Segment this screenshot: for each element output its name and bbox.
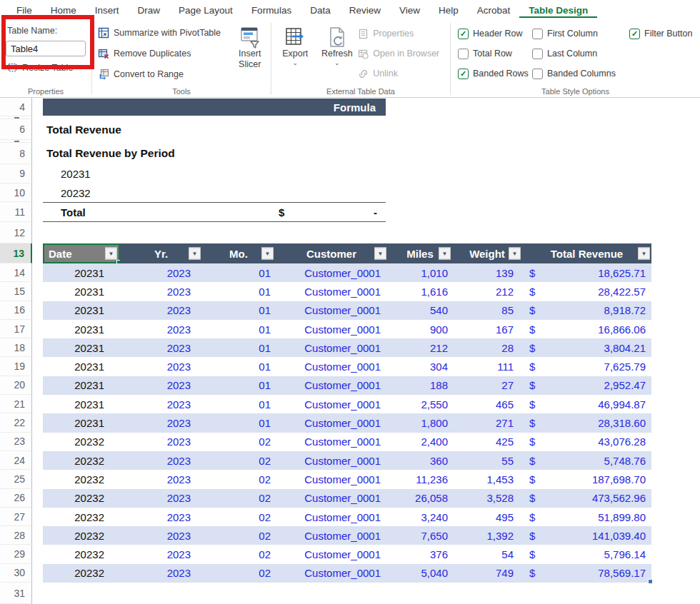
cell-weight[interactable]: 425 <box>452 433 522 451</box>
row-header-4[interactable]: 4 <box>0 98 32 116</box>
cell-yr[interactable]: 2023 <box>120 338 202 357</box>
cell-total-revenue[interactable]: $18,625.71 <box>522 263 651 282</box>
cell-total-revenue[interactable]: $5,796.14 <box>522 545 651 563</box>
cell-customer[interactable]: Customer_0001 <box>275 564 388 583</box>
period-value-cell[interactable]: 20231 <box>61 164 91 183</box>
menu-tab-insert[interactable]: Insert <box>86 2 129 18</box>
cell-total-revenue[interactable]: $46,994.87 <box>522 395 651 413</box>
unchecked-checkbox-icon[interactable] <box>532 69 543 79</box>
total-value[interactable]: - <box>374 206 377 218</box>
cell-yr[interactable]: 2023 <box>120 263 202 282</box>
cell-total-revenue[interactable]: $5,748.76 <box>522 451 651 470</box>
export-dropdown-chevron[interactable]: ⌄ <box>293 60 299 66</box>
cell-customer[interactable]: Customer_0001 <box>275 470 388 488</box>
cell-yr[interactable]: 2023 <box>120 451 202 470</box>
cell-date[interactable]: 20232 <box>43 526 120 545</box>
row-header-25[interactable]: 25 <box>0 470 32 488</box>
checkbox-first-column[interactable]: First Column <box>532 29 629 39</box>
row-header-29[interactable]: 29 <box>0 545 32 563</box>
convert-to-range-button[interactable]: Convert to Range <box>98 64 229 84</box>
total-revenue-title[interactable]: Total Revenue <box>46 119 121 140</box>
cell-date[interactable]: 20231 <box>43 338 120 357</box>
menu-tab-view[interactable]: View <box>390 2 429 18</box>
menu-tab-help[interactable]: Help <box>429 2 468 18</box>
column-header-miles[interactable]: Miles▼ <box>388 243 452 263</box>
cell-date[interactable]: 20231 <box>43 413 120 432</box>
cell-weight[interactable]: 167 <box>452 320 522 338</box>
cell-yr[interactable]: 2023 <box>120 413 202 432</box>
cell-customer[interactable]: Customer_0001 <box>275 489 388 508</box>
cell-weight[interactable]: 54 <box>452 545 522 563</box>
cell-yr[interactable]: 2023 <box>120 470 202 488</box>
cell-mo[interactable]: 02 <box>202 526 275 545</box>
cell-yr[interactable]: 2023 <box>120 508 202 526</box>
column-header-customer[interactable]: Customer▼ <box>275 243 388 263</box>
row-header-18[interactable]: 18 <box>0 338 32 357</box>
cell-miles[interactable]: 2,550 <box>388 395 452 413</box>
cell-yr[interactable]: 2023 <box>120 320 202 338</box>
cell-date[interactable]: 20231 <box>43 263 120 282</box>
total-currency[interactable]: $ <box>279 206 284 218</box>
cell-customer[interactable]: Customer_0001 <box>275 263 388 282</box>
cell-weight[interactable]: 465 <box>452 395 522 413</box>
filter-button-yr[interactable]: ▼ <box>189 248 201 260</box>
total-revenue-by-period-title[interactable]: Total Revenue by Period <box>46 143 175 164</box>
row-header-10[interactable]: 10 <box>0 183 32 202</box>
table-name-input[interactable] <box>6 41 86 56</box>
cell-mo[interactable]: 01 <box>202 301 275 320</box>
cell-weight[interactable]: 3,528 <box>452 489 522 508</box>
filter-button-miles[interactable]: ▼ <box>439 248 451 260</box>
cell-date[interactable]: 20231 <box>43 320 120 338</box>
cell-yr[interactable]: 2023 <box>120 545 202 563</box>
row-header-15[interactable]: 15 <box>0 282 32 301</box>
cell-mo[interactable]: 01 <box>202 376 275 395</box>
cell-weight[interactable]: 139 <box>452 263 522 282</box>
cell-mo[interactable]: 02 <box>202 470 275 488</box>
cell-mo[interactable]: 01 <box>202 357 275 376</box>
total-label[interactable]: Total <box>43 206 86 218</box>
row-header-23[interactable]: 23 <box>0 433 32 451</box>
cell-customer[interactable]: Customer_0001 <box>275 545 388 563</box>
cell-customer[interactable]: Customer_0001 <box>275 413 388 432</box>
cell-weight[interactable]: 1,453 <box>452 470 522 488</box>
cell-date[interactable]: 20231 <box>43 376 120 395</box>
cell-weight[interactable]: 212 <box>452 282 522 301</box>
cell-mo[interactable]: 02 <box>202 433 275 451</box>
remove-duplicates-button[interactable]: Remove Duplicates <box>98 43 229 64</box>
cell-mo[interactable]: 01 <box>202 338 275 357</box>
checked-checkbox-icon[interactable]: ✓ <box>629 29 640 39</box>
cell-weight[interactable]: 1,392 <box>452 526 522 545</box>
menu-tab-home[interactable]: Home <box>41 2 86 18</box>
cell-total-revenue[interactable]: $43,076.28 <box>522 433 651 451</box>
cell-mo[interactable]: 01 <box>202 413 275 432</box>
cell-customer[interactable]: Customer_0001 <box>275 357 388 376</box>
row-header-13[interactable]: 13 <box>0 243 32 263</box>
cell-total-revenue[interactable]: $3,804.21 <box>522 338 651 357</box>
row-header-17[interactable]: 17 <box>0 320 32 338</box>
unchecked-checkbox-icon[interactable] <box>532 29 543 39</box>
row-header-30[interactable]: 30 <box>0 564 32 583</box>
row-header-14[interactable]: 14 <box>0 263 32 282</box>
cell-customer[interactable]: Customer_0001 <box>275 433 388 451</box>
cell-weight[interactable]: 271 <box>452 413 522 432</box>
cell-miles[interactable]: 1,616 <box>388 282 452 301</box>
cell-date[interactable]: 20231 <box>43 301 120 320</box>
cell-miles[interactable]: 212 <box>388 338 452 357</box>
row-header-11[interactable]: 11 <box>0 202 32 222</box>
cell-yr[interactable]: 2023 <box>120 282 202 301</box>
export-button[interactable]: Export ⌄ <box>274 22 316 86</box>
refresh-button[interactable]: Refresh ⌄ <box>316 22 359 86</box>
unchecked-checkbox-icon[interactable] <box>458 49 469 59</box>
cell-miles[interactable]: 540 <box>388 301 452 320</box>
cell-miles[interactable]: 900 <box>388 320 452 338</box>
cell-date[interactable]: 20232 <box>43 545 120 563</box>
menu-tab-acrobat[interactable]: Acrobat <box>468 2 520 18</box>
cell-mo[interactable]: 02 <box>202 508 275 526</box>
cell-miles[interactable]: 2,400 <box>388 433 452 451</box>
cell-date[interactable]: 20232 <box>43 564 120 583</box>
menu-tab-formulas[interactable]: Formulas <box>242 2 301 18</box>
cell-mo[interactable]: 01 <box>202 320 275 338</box>
cell-yr[interactable]: 2023 <box>120 357 202 376</box>
row-header-16[interactable]: 16 <box>0 301 32 320</box>
cell-customer[interactable]: Customer_0001 <box>275 526 388 545</box>
